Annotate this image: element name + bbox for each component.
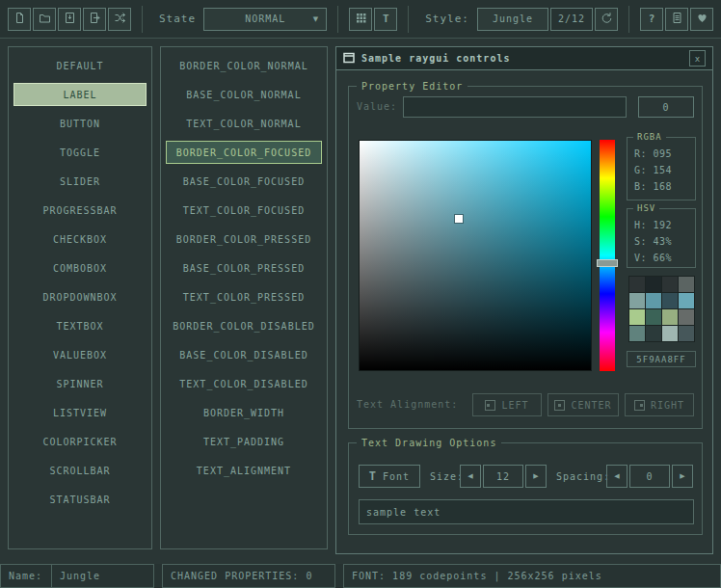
sponsor-heart-icon <box>696 12 708 27</box>
statusbar-font-info: FONT: 189 codepoints | 256x256 pixels <box>343 564 721 588</box>
hsv-title: HSV <box>633 202 659 215</box>
palette-swatch[interactable] <box>646 309 661 325</box>
property-list-item[interactable]: TEXT_COLOR_NORMAL <box>166 112 322 135</box>
reload-style-button[interactable] <box>595 8 618 31</box>
property-list-item[interactable]: TEXT_PADDING <box>166 430 322 453</box>
style-name-button[interactable]: Jungle <box>477 8 548 31</box>
font-button-label: Font <box>383 471 410 482</box>
help-button[interactable]: ? <box>640 8 663 31</box>
spacing-decrement-button[interactable]: ◀ <box>606 465 628 488</box>
palette-swatch[interactable] <box>679 277 694 292</box>
state-dropdown[interactable]: NORMAL ▼ <box>203 8 327 31</box>
palette-swatch[interactable] <box>662 277 678 292</box>
palette-swatch[interactable] <box>646 326 661 341</box>
spacing-increment-button[interactable]: ▶ <box>672 465 693 488</box>
control-list-item[interactable]: PROGRESSBAR <box>13 199 147 222</box>
property-list-item[interactable]: BORDER_COLOR_NORMAL <box>166 54 322 77</box>
property-list-item[interactable]: BASE_COLOR_FOCUSED <box>166 170 322 193</box>
value-textbox[interactable] <box>403 96 627 118</box>
property-editor-group: Property Editor Value: 0 RGBA R: 095 G: … <box>348 86 703 429</box>
property-list-item[interactable]: BORDER_COLOR_DISABLED <box>166 314 322 337</box>
hue-slider-handle[interactable] <box>597 259 618 267</box>
help-icon: ? <box>649 13 655 25</box>
control-list-item[interactable]: LISTVIEW <box>13 401 147 424</box>
style-index-valuebox[interactable]: 2/12 <box>550 8 593 31</box>
palette-swatch[interactable] <box>679 309 694 325</box>
property-list-item[interactable]: TEXT_COLOR_DISABLED <box>166 372 322 395</box>
open-file-button[interactable] <box>33 8 56 31</box>
property-list-item[interactable]: TEXT_COLOR_PRESSED <box>166 285 322 308</box>
palette-swatch[interactable] <box>679 326 694 341</box>
control-list-item[interactable]: BUTTON <box>13 112 147 135</box>
hsv-v-value: V: 66% <box>628 250 695 266</box>
sample-textbox[interactable]: sample text <box>359 499 694 524</box>
align-center-icon <box>554 400 565 411</box>
palette-swatch[interactable] <box>646 293 661 308</box>
right-arrow-icon: ▶ <box>680 472 684 480</box>
property-list-item[interactable]: TEXT_COLOR_FOCUSED <box>166 199 322 222</box>
hue-slider[interactable] <box>600 140 615 371</box>
size-decrement-button[interactable]: ◀ <box>460 465 481 488</box>
size-valuebox[interactable]: 12 <box>483 465 523 488</box>
control-list-item[interactable]: DEFAULT <box>13 54 147 77</box>
sponsor-button[interactable] <box>690 8 713 31</box>
property-list-item[interactable]: BASE_COLOR_NORMAL <box>166 83 322 106</box>
control-list-item[interactable]: TOGGLE <box>13 141 147 164</box>
spacing-valuebox[interactable]: 0 <box>629 465 670 488</box>
control-list-item[interactable]: CHECKBOX <box>13 227 147 251</box>
align-left-button[interactable]: LEFT <box>472 393 542 416</box>
palette-swatch[interactable] <box>679 293 694 308</box>
chevron-down-icon: ▼ <box>313 15 319 23</box>
property-list-item[interactable]: TEXT_ALIGNMENT <box>166 459 322 482</box>
color-panel-cursor[interactable] <box>455 215 463 223</box>
align-right-button[interactable]: RIGHT <box>625 393 694 416</box>
align-left-label: LEFT <box>501 400 528 411</box>
color-panel[interactable] <box>359 140 592 371</box>
palette-swatch[interactable] <box>662 326 678 341</box>
font-button[interactable]: T Font <box>359 465 420 488</box>
control-list-item[interactable]: SPINNER <box>13 372 147 395</box>
spacing-label: Spacing: <box>556 471 610 482</box>
value-label: Value: <box>357 101 397 112</box>
palette-swatch[interactable] <box>629 309 645 325</box>
control-list-item[interactable]: SLIDER <box>13 170 147 193</box>
control-list-item[interactable]: LABEL <box>13 83 147 106</box>
toolbar-separator <box>628 6 629 33</box>
random-style-icon <box>114 12 126 27</box>
reload-icon <box>601 12 613 27</box>
close-button[interactable]: x <box>689 50 706 67</box>
random-style-button[interactable] <box>108 8 131 31</box>
control-list-item[interactable]: VALUEBOX <box>13 343 147 366</box>
control-list-item[interactable]: DROPDOWNBOX <box>13 285 147 308</box>
toolbar-separator <box>408 6 409 33</box>
style-table-button[interactable] <box>349 8 372 31</box>
control-list-item[interactable]: SCROLLBAR <box>13 459 147 482</box>
property-list-item[interactable]: BASE_COLOR_DISABLED <box>166 343 322 366</box>
count-valuebox[interactable]: 0 <box>638 96 694 118</box>
control-list-item[interactable]: STATUSBAR <box>13 488 147 511</box>
palette-swatch[interactable] <box>629 277 645 292</box>
property-list-item[interactable]: BASE_COLOR_PRESSED <box>166 256 322 280</box>
new-file-button[interactable] <box>8 8 31 31</box>
export-file-button[interactable] <box>83 8 106 31</box>
palette-swatch[interactable] <box>629 293 645 308</box>
control-list-item[interactable]: COLORPICKER <box>13 430 147 453</box>
property-list-item[interactable]: BORDER_COLOR_FOCUSED <box>166 141 322 164</box>
window-icon <box>343 49 355 67</box>
save-file-button[interactable] <box>58 8 81 31</box>
window-titlebar[interactable]: Sample raygui controls x <box>336 47 712 70</box>
control-list-item[interactable]: COMBOBOX <box>13 256 147 280</box>
font-atlas-button[interactable]: T <box>374 8 397 31</box>
rgba-g-value: G: 154 <box>628 162 695 178</box>
palette-swatch[interactable] <box>629 326 645 341</box>
property-list-item[interactable]: BORDER_COLOR_PRESSED <box>166 227 322 251</box>
control-list-item[interactable]: TEXTBOX <box>13 314 147 337</box>
palette-swatch[interactable] <box>662 293 678 308</box>
size-increment-button[interactable]: ▶ <box>525 465 547 488</box>
palette-swatch[interactable] <box>662 309 678 325</box>
property-list-item[interactable]: BORDER_WIDTH <box>166 401 322 424</box>
align-center-button[interactable]: CENTER <box>547 393 619 416</box>
palette-swatch[interactable] <box>646 277 661 292</box>
hex-value-box[interactable]: 5F9AA8FF <box>627 351 696 367</box>
about-button[interactable] <box>665 8 688 31</box>
